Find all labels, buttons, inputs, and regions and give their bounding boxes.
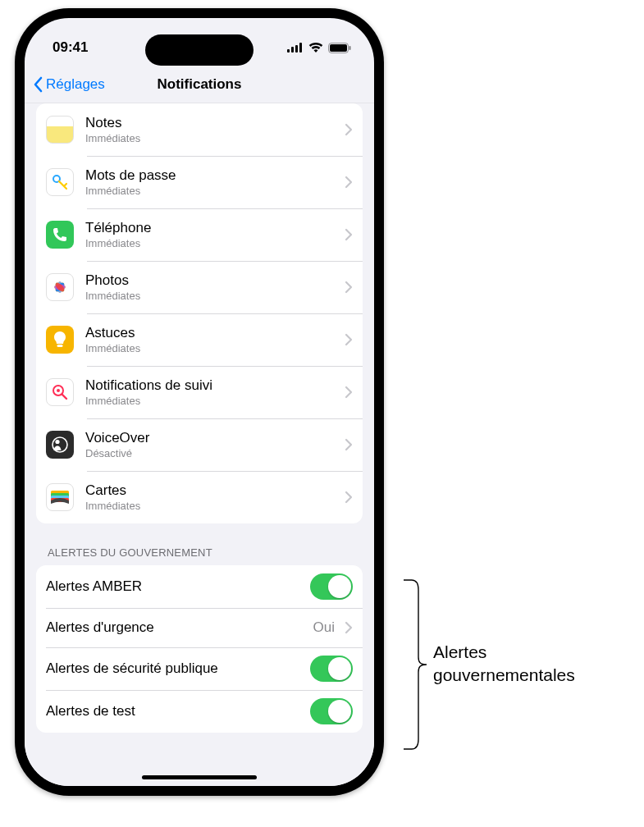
- row-text: Astuces Immédiates: [85, 325, 340, 354]
- app-subtitle: Immédiates: [85, 395, 340, 407]
- content-area[interactable]: Notes Immédiates Mots de passe Immédiate…: [25, 103, 374, 786]
- svg-rect-3: [299, 43, 302, 53]
- wifi-icon: [308, 43, 323, 53]
- chevron-left-icon: [33, 76, 44, 93]
- callout-text: Alertes gouvernementales: [433, 641, 575, 688]
- app-title: Mots de passe: [85, 167, 340, 184]
- signal-icon: [287, 43, 304, 53]
- alert-test-row[interactable]: Alertes de test: [36, 690, 363, 733]
- app-title: Astuces: [85, 325, 340, 341]
- svg-point-18: [57, 389, 60, 392]
- home-indicator[interactable]: [142, 775, 257, 779]
- chevron-right-icon: [345, 281, 353, 294]
- chevron-right-icon: [345, 438, 353, 451]
- row-text: Photos Immédiates: [85, 272, 340, 302]
- phone-icon: [46, 221, 74, 249]
- app-title: Notifications de suivi: [85, 377, 340, 394]
- chevron-right-icon: [345, 491, 353, 504]
- tracking-icon: [46, 378, 74, 406]
- app-subtitle: Immédiates: [85, 132, 340, 144]
- notes-icon: [46, 116, 74, 144]
- app-row-tracking[interactable]: Notifications de suivi Immédiates: [36, 366, 363, 418]
- row-text: Notifications de suivi Immédiates: [85, 377, 340, 407]
- app-subtitle: Immédiates: [85, 185, 340, 197]
- alert-publicsafety-row[interactable]: Alertes de sécurité publique: [36, 647, 363, 690]
- section-header-gov: ALERTES DU GOUVERNEMENT: [36, 523, 363, 565]
- gov-group: Alertes AMBER Alertes d'urgence Oui Aler…: [36, 565, 363, 733]
- row-text: Téléphone Immédiates: [85, 220, 340, 249]
- app-subtitle: Immédiates: [85, 500, 340, 512]
- chevron-right-icon: [345, 621, 353, 634]
- row-text: Mots de passe Immédiates: [85, 167, 340, 197]
- svg-point-20: [55, 440, 59, 444]
- app-title: VoiceOver: [85, 430, 340, 446]
- chevron-right-icon: [345, 386, 353, 399]
- app-title: Téléphone: [85, 220, 340, 236]
- wallet-icon: [46, 483, 74, 511]
- svg-rect-5: [330, 44, 347, 52]
- alert-publicsafety-switch[interactable]: [310, 656, 353, 682]
- tips-icon: [46, 326, 74, 354]
- voiceover-icon: [46, 431, 74, 459]
- app-subtitle: Immédiates: [85, 237, 340, 249]
- alert-amber-row[interactable]: Alertes AMBER: [36, 565, 363, 608]
- alert-publicsafety-label: Alertes de sécurité publique: [46, 660, 310, 677]
- alert-test-label: Alertes de test: [46, 703, 310, 720]
- app-row-photos[interactable]: Photos Immédiates: [36, 261, 363, 313]
- app-row-passwords[interactable]: Mots de passe Immédiates: [36, 156, 363, 208]
- phone-screen: 09:41 Réglages Notifications: [25, 18, 374, 786]
- callout-gov-alerts: Alertes gouvernementales: [402, 578, 632, 751]
- app-row-voiceover[interactable]: VoiceOver Désactivé: [36, 418, 363, 471]
- alert-test-switch[interactable]: [310, 698, 353, 724]
- alert-urgent-value: Oui: [313, 619, 335, 636]
- row-text: Cartes Immédiates: [85, 482, 340, 512]
- back-button[interactable]: Réglages: [33, 66, 105, 103]
- chevron-right-icon: [345, 176, 353, 189]
- svg-rect-2: [295, 45, 298, 53]
- svg-rect-1: [291, 47, 294, 53]
- app-title: Notes: [85, 115, 340, 131]
- status-time: 09:41: [53, 39, 88, 56]
- app-subtitle: Immédiates: [85, 342, 340, 354]
- svg-rect-6: [349, 46, 351, 50]
- nav-bar: Réglages Notifications: [25, 66, 374, 103]
- callout-line2: gouvernementales: [433, 664, 575, 687]
- app-row-tips[interactable]: Astuces Immédiates: [36, 313, 363, 366]
- alert-amber-label: Alertes AMBER: [46, 578, 310, 595]
- stage: 09:41 Réglages Notifications: [0, 0, 644, 827]
- phone-frame: 09:41 Réglages Notifications: [15, 8, 384, 796]
- alert-amber-switch[interactable]: [310, 573, 353, 600]
- svg-rect-16: [57, 345, 63, 347]
- callout-line1: Alertes: [433, 641, 575, 664]
- passwords-icon: [46, 168, 74, 196]
- app-row-wallet[interactable]: Cartes Immédiates: [36, 471, 363, 523]
- row-text: Notes Immédiates: [85, 115, 340, 144]
- chevron-right-icon: [345, 123, 353, 136]
- app-subtitle: Immédiates: [85, 290, 340, 302]
- app-row-phone[interactable]: Téléphone Immédiates: [36, 208, 363, 261]
- back-label: Réglages: [46, 76, 105, 93]
- app-title: Photos: [85, 272, 340, 289]
- apps-group: Notes Immédiates Mots de passe Immédiate…: [36, 103, 363, 523]
- app-title: Cartes: [85, 482, 340, 499]
- alert-urgent-row[interactable]: Alertes d'urgence Oui: [36, 608, 363, 647]
- battery-icon: [328, 43, 351, 53]
- alert-urgent-label: Alertes d'urgence: [46, 619, 313, 636]
- status-right: [287, 43, 351, 53]
- photos-icon: [46, 273, 74, 301]
- svg-rect-0: [287, 49, 290, 53]
- row-text: VoiceOver Désactivé: [85, 430, 340, 459]
- dynamic-island: [145, 34, 253, 66]
- chevron-right-icon: [345, 333, 353, 346]
- app-subtitle: Désactivé: [85, 447, 340, 459]
- page-title: Notifications: [158, 76, 242, 93]
- chevron-right-icon: [345, 228, 353, 241]
- callout-bracket-icon: [402, 578, 435, 751]
- app-row-notes[interactable]: Notes Immédiates: [36, 103, 363, 156]
